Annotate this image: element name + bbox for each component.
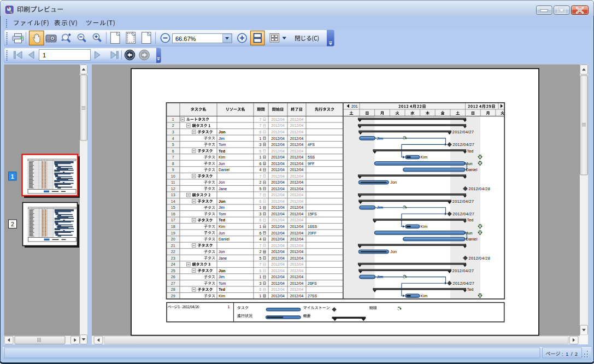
svg-text:2012/04: 2012/04 bbox=[290, 237, 304, 241]
svg-text:26FS: 26FS bbox=[308, 281, 317, 285]
svg-text:6: 6 bbox=[260, 149, 262, 153]
svg-text:2012/04: 2012/04 bbox=[271, 281, 285, 285]
svg-text:2012/04: 2012/04 bbox=[271, 231, 285, 235]
svg-text:6: 6 bbox=[260, 130, 262, 134]
svg-text:2012/04: 2012/04 bbox=[290, 244, 304, 248]
svg-text:6: 6 bbox=[260, 269, 262, 273]
svg-text:2012/04: 2012/04 bbox=[290, 174, 304, 178]
svg-text:2012/04: 2012/04 bbox=[290, 225, 304, 228]
svg-text:16SS: 16SS bbox=[308, 225, 317, 228]
svg-text:2012/04: 2012/04 bbox=[271, 244, 285, 248]
svg-text:Jim: Jim bbox=[219, 137, 225, 140]
svg-text:201: 201 bbox=[351, 104, 358, 108]
svg-text:2012/04: 2012/04 bbox=[271, 168, 285, 172]
svg-text:2012/04: 2012/04 bbox=[290, 256, 304, 260]
svg-text:2012/04: 2012/04 bbox=[290, 218, 304, 222]
svg-text:2012/04: 2012/04 bbox=[290, 149, 304, 153]
svg-text:Jim: Jim bbox=[377, 205, 383, 210]
svg-text:9: 9 bbox=[172, 168, 174, 172]
svg-text:Daniel: Daniel bbox=[466, 167, 477, 172]
svg-text:23: 23 bbox=[171, 256, 175, 260]
svg-text:Jim: Jim bbox=[377, 136, 383, 141]
svg-text:4: 4 bbox=[260, 237, 262, 241]
svg-text:Daniel: Daniel bbox=[219, 168, 230, 172]
svg-text:2: 2 bbox=[11, 221, 14, 227]
svg-text:Jim: Jim bbox=[219, 275, 225, 279]
svg-text:27: 27 bbox=[171, 281, 175, 285]
svg-text:Ted: Ted bbox=[467, 149, 474, 154]
svg-text:6: 6 bbox=[260, 218, 262, 222]
svg-text:2012/04/27: 2012/04/27 bbox=[452, 130, 474, 134]
svg-text:Kim: Kim bbox=[219, 225, 225, 228]
svg-text:2012/04: 2012/04 bbox=[271, 193, 285, 197]
svg-text:13: 13 bbox=[171, 193, 175, 197]
svg-text:Tom: Tom bbox=[219, 212, 226, 216]
svg-text:Tom: Tom bbox=[219, 143, 226, 146]
svg-text:16: 16 bbox=[171, 212, 175, 216]
svg-text:Ted: Ted bbox=[219, 149, 225, 153]
svg-text:Jon: Jon bbox=[219, 250, 225, 254]
svg-text:2012/04: 2012/04 bbox=[290, 118, 304, 121]
svg-text:Ted: Ted bbox=[219, 287, 225, 291]
svg-text:Daniel: Daniel bbox=[219, 237, 230, 241]
svg-text:2: 2 bbox=[172, 124, 174, 127]
svg-text:2012/04: 2012/04 bbox=[271, 256, 285, 260]
svg-text:1: 1 bbox=[11, 173, 14, 180]
svg-text:3: 3 bbox=[172, 130, 174, 134]
svg-text:2012/04: 2012/04 bbox=[271, 137, 285, 140]
svg-text:2012/04/27: 2012/04/27 bbox=[452, 199, 474, 204]
svg-text:4FS: 4FS bbox=[308, 143, 315, 146]
svg-text:Jim: Jim bbox=[377, 274, 383, 279]
svg-text:2012/04/27: 2012/04/27 bbox=[453, 212, 474, 216]
svg-text:22: 22 bbox=[171, 250, 175, 254]
svg-text:Jon: Jon bbox=[219, 130, 225, 134]
svg-text:2012/04: 2012/04 bbox=[271, 174, 285, 178]
svg-text:2012/04: 2012/04 bbox=[290, 187, 304, 191]
svg-text:2012/04: 2012/04 bbox=[290, 155, 304, 159]
svg-text:1: 1 bbox=[260, 294, 262, 298]
svg-text:2012/04: 2012/04 bbox=[290, 212, 304, 216]
svg-text:14: 14 bbox=[171, 199, 175, 203]
svg-text:Jon: Jon bbox=[219, 180, 225, 184]
svg-text:1: 1 bbox=[260, 137, 262, 140]
svg-text:17: 17 bbox=[171, 218, 175, 222]
svg-text:2012/04: 2012/04 bbox=[271, 237, 285, 241]
svg-text:2012/04: 2012/04 bbox=[271, 149, 285, 153]
svg-text:2012/04/27: 2012/04/27 bbox=[452, 268, 474, 273]
svg-text:1: 1 bbox=[260, 206, 262, 209]
svg-text:2012/04/27: 2012/04/27 bbox=[453, 281, 474, 286]
svg-text:2012/04: 2012/04 bbox=[290, 168, 304, 172]
svg-text:2012/04/28: 2012/04/28 bbox=[469, 256, 490, 261]
svg-text:Jun: Jun bbox=[219, 162, 225, 166]
svg-text:2012/04: 2012/04 bbox=[271, 206, 285, 209]
svg-text:2012/04: 2012/04 bbox=[290, 137, 304, 140]
svg-text:Jim: Jim bbox=[219, 206, 225, 209]
svg-text:5: 5 bbox=[172, 143, 174, 146]
svg-text:Kim: Kim bbox=[219, 294, 225, 298]
svg-text:2: 2 bbox=[260, 250, 262, 254]
svg-text:6: 6 bbox=[260, 287, 262, 291]
svg-text:2012/04: 2012/04 bbox=[290, 294, 304, 298]
svg-text:10: 10 bbox=[171, 174, 175, 178]
svg-text:3: 3 bbox=[260, 281, 262, 285]
svg-text:2012/04: 2012/04 bbox=[290, 287, 304, 291]
svg-text:2012/04/28: 2012/04/28 bbox=[469, 186, 490, 191]
svg-text:6: 6 bbox=[172, 149, 174, 153]
svg-text:2012/04: 2012/04 bbox=[271, 225, 285, 228]
svg-text:6: 6 bbox=[260, 231, 262, 235]
svg-text:7: 7 bbox=[260, 174, 262, 178]
svg-text:8: 8 bbox=[172, 162, 174, 166]
svg-text:20FF: 20FF bbox=[308, 231, 316, 235]
svg-text:2012/04: 2012/04 bbox=[290, 124, 304, 127]
svg-text:26: 26 bbox=[171, 275, 175, 279]
svg-text:Ted: Ted bbox=[219, 218, 225, 222]
svg-text:2012/04: 2012/04 bbox=[271, 212, 285, 216]
svg-text:6: 6 bbox=[260, 162, 262, 166]
svg-text:7: 7 bbox=[260, 124, 262, 127]
svg-text:Jon: Jon bbox=[390, 180, 397, 185]
svg-text:Jon: Jon bbox=[219, 269, 225, 273]
svg-text:2012/04: 2012/04 bbox=[290, 269, 304, 273]
svg-text:2012/04: 2012/04 bbox=[271, 250, 285, 254]
svg-text:Daniel: Daniel bbox=[466, 237, 477, 242]
svg-text:2012/04: 2012/04 bbox=[290, 143, 304, 146]
